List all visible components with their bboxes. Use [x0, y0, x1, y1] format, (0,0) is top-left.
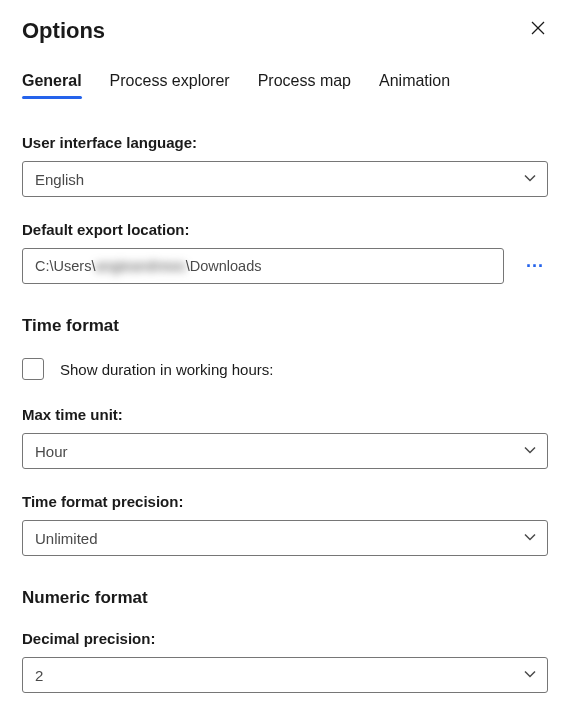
time-precision-select[interactable]: Unlimited: [22, 520, 548, 556]
tab-process-map[interactable]: Process map: [258, 72, 351, 98]
decimal-precision-label: Decimal precision:: [22, 630, 548, 647]
tab-bar: General Process explorer Process map Ani…: [22, 72, 548, 98]
tab-general[interactable]: General: [22, 72, 82, 98]
dialog-header: Options: [22, 18, 548, 44]
dialog-title: Options: [22, 18, 105, 44]
close-button[interactable]: [528, 18, 548, 41]
time-precision-value: Unlimited: [35, 530, 98, 547]
decimal-precision-select[interactable]: 2: [22, 657, 548, 693]
export-location-group: Default export location: C:\Users\angiea…: [22, 221, 548, 284]
max-time-unit-value: Hour: [35, 443, 68, 460]
ui-language-label: User interface language:: [22, 134, 548, 151]
export-location-label: Default export location:: [22, 221, 548, 238]
export-location-input[interactable]: C:\Users\angieandrews\Downloads: [22, 248, 504, 284]
time-format-header: Time format: [22, 316, 548, 336]
max-time-unit-select[interactable]: Hour: [22, 433, 548, 469]
chevron-down-icon: [523, 667, 537, 684]
export-path-prefix: C:\Users\: [35, 258, 95, 274]
time-precision-label: Time format precision:: [22, 493, 548, 510]
ui-language-group: User interface language: English: [22, 134, 548, 197]
time-precision-group: Time format precision: Unlimited: [22, 493, 548, 556]
max-time-unit-label: Max time unit:: [22, 406, 548, 423]
chevron-down-icon: [523, 530, 537, 547]
show-duration-row: Show duration in working hours:: [22, 358, 548, 380]
close-icon: [530, 22, 546, 39]
ui-language-value: English: [35, 171, 84, 188]
export-path-redacted: angieandrews: [95, 258, 185, 274]
chevron-down-icon: [523, 443, 537, 460]
tab-animation[interactable]: Animation: [379, 72, 450, 98]
max-time-unit-group: Max time unit: Hour: [22, 406, 548, 469]
show-duration-checkbox[interactable]: [22, 358, 44, 380]
browse-button[interactable]: ···: [522, 252, 548, 281]
decimal-precision-value: 2: [35, 667, 43, 684]
chevron-down-icon: [523, 171, 537, 188]
tab-process-explorer[interactable]: Process explorer: [110, 72, 230, 98]
ui-language-select[interactable]: English: [22, 161, 548, 197]
show-duration-label: Show duration in working hours:: [60, 361, 273, 378]
numeric-format-header: Numeric format: [22, 588, 548, 608]
ellipsis-icon: ···: [526, 256, 544, 276]
export-path-suffix: \Downloads: [186, 258, 262, 274]
decimal-precision-group: Decimal precision: 2: [22, 630, 548, 693]
